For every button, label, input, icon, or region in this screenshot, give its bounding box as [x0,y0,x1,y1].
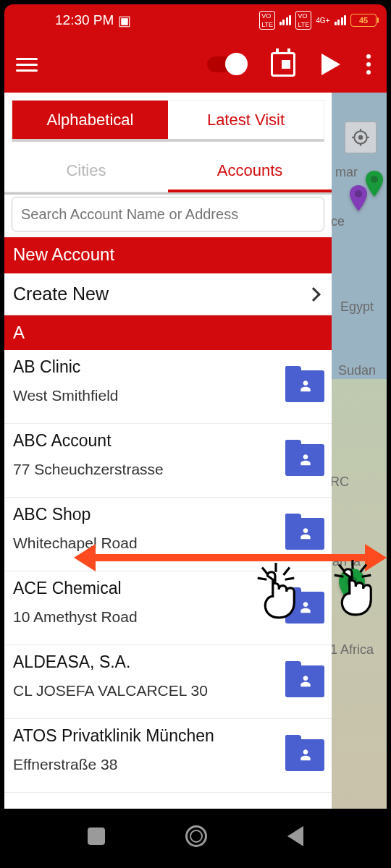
map-label: Sudan [338,363,376,378]
signal-icon-1 [279,15,292,25]
battery-icon: 45 [350,14,377,27]
toggle-switch[interactable] [207,56,245,72]
create-new-row[interactable]: Create New [4,273,332,315]
tab-cities[interactable]: Cities [4,149,168,192]
volte-icon-2: VOLTE [295,11,311,30]
svg-point-7 [355,190,362,197]
tab-alphabetical[interactable]: Alphabetical [12,101,168,139]
menu-icon[interactable] [16,58,38,72]
calendar-icon[interactable] [271,52,295,77]
category-tabs: Cities Accounts [4,149,332,192]
map-label: ce [331,214,345,229]
recents-button[interactable] [88,827,105,845]
app-toolbar [4,36,387,93]
locate-me-icon[interactable] [345,122,377,153]
svg-line-18 [362,575,371,576]
status-indicators: VOLTE VOLTE 4G+ 45 [259,11,377,30]
android-nav-bar [4,809,387,864]
map-pin-icon[interactable] [349,185,368,211]
account-address: Effnerstraße 38 [13,756,323,773]
svg-point-6 [371,176,378,183]
volte-icon-1: VOLTE [259,11,275,30]
account-address: 77 Scheuchzerstrasse [13,461,323,478]
account-folder-icon[interactable] [285,370,324,402]
tab-accounts[interactable]: Accounts [168,149,332,192]
map-label: RC [330,475,349,490]
play-icon[interactable] [321,54,340,75]
account-name: ABC Account [13,431,323,451]
svg-line-16 [361,564,366,572]
svg-line-13 [285,578,295,579]
account-folder-icon[interactable] [285,739,324,771]
new-account-header: New Account [4,237,332,273]
sort-tabs: Alphabetical Latest Visit [12,100,324,142]
account-name: ABC Shop [13,505,323,524]
search-input[interactable] [12,197,324,231]
map-label: mar [335,165,358,180]
account-name: AB Clinic [13,357,323,377]
account-row[interactable]: ABC Account 77 Scheuchzerstrasse [4,424,332,498]
network-4g-icon: 4G+ [316,17,329,25]
map-label: 1 Africa [330,642,374,658]
home-button[interactable] [185,825,207,847]
android-status-bar: 12:30 PM ▣ VOLTE VOLTE 4G+ 45 [4,4,387,36]
svg-line-11 [284,567,290,575]
account-row[interactable]: AB Clinic West Smithfield [4,350,332,424]
account-address: Whitechapel Road [13,535,323,552]
svg-line-12 [258,578,267,579]
tap-cursor-icon [327,558,378,616]
svg-line-17 [335,575,344,576]
account-row[interactable]: ALDEASA, S.A. CL JOSEFA VALCARCEL 30 [4,645,332,719]
accounts-panel: Alphabetical Latest Visit Cities Account… [4,93,332,809]
letter-section-header: A [4,315,332,350]
create-new-label: Create New [13,284,109,305]
account-folder-icon[interactable] [285,665,324,697]
tab-latest-visit[interactable]: Latest Visit [168,101,324,139]
account-name: ATOS Privatklinik München [13,726,323,746]
signal-icon-2 [335,15,347,25]
tap-cursor-icon [251,561,301,619]
overflow-menu-icon[interactable] [366,54,371,75]
account-address: CL JOSEFA VALCARCEL 30 [13,682,323,699]
svg-point-1 [359,136,362,139]
chevron-right-icon [306,287,321,302]
clock-text: 12:30 PM [55,12,114,28]
account-row[interactable]: ATOS Privatklinik München Effnerstraße 3… [4,719,332,793]
map-label: Egypt [340,299,374,315]
account-folder-icon[interactable] [285,518,324,550]
account-folder-icon[interactable] [285,444,324,476]
account-address: West Smithfield [13,387,323,404]
back-button[interactable] [287,826,303,846]
account-name: ALDEASA, S.A. [13,652,323,672]
charging-icon: ▣ [118,12,131,29]
